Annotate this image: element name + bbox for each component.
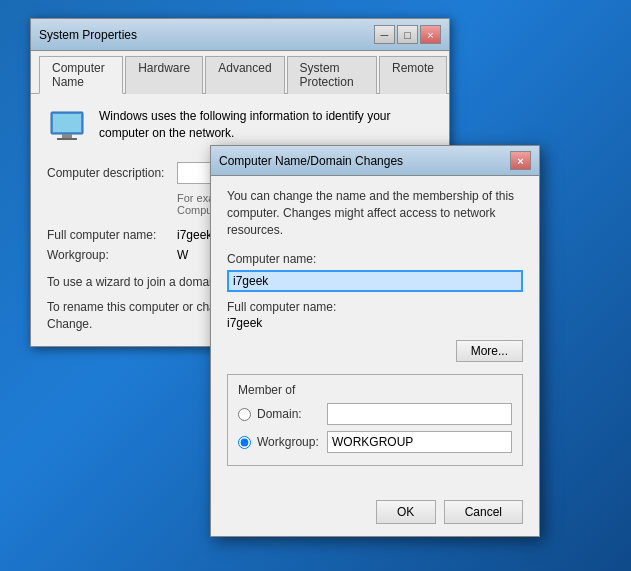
tab-hardware[interactable]: Hardware <box>125 56 203 94</box>
workgroup-radio-label: Workgroup: <box>257 435 327 449</box>
full-computer-name-label: Full computer name: <box>47 228 177 242</box>
workgroup-value: W <box>177 248 188 262</box>
sys-description: Windows uses the following information t… <box>99 108 433 142</box>
full-name-value: i7geek <box>227 316 523 330</box>
domain-dialog-close-button[interactable]: × <box>510 151 531 170</box>
svg-rect-3 <box>57 138 77 140</box>
cancel-button[interactable]: Cancel <box>444 500 523 524</box>
tabs-bar: Computer Name Hardware Advanced System P… <box>31 51 449 94</box>
member-of-group: Member of Domain: Workgroup: <box>227 374 523 466</box>
member-of-title: Member of <box>238 383 512 397</box>
svg-rect-2 <box>62 134 72 138</box>
workgroup-label: Workgroup: <box>47 248 177 262</box>
close-button[interactable]: × <box>420 25 441 44</box>
domain-dialog-description: You can change the name and the membersh… <box>227 188 523 238</box>
minimize-button[interactable]: ─ <box>374 25 395 44</box>
full-name-label: Full computer name: <box>227 300 523 314</box>
dialog-buttons: OK Cancel <box>211 492 539 536</box>
computer-name-field-label: Computer name: <box>227 252 523 266</box>
domain-dialog-title: Computer Name/Domain Changes <box>219 154 403 168</box>
domain-radio[interactable] <box>238 408 251 421</box>
system-properties-titlebar: System Properties ─ □ × <box>31 19 449 51</box>
domain-dialog-titlebar: Computer Name/Domain Changes × <box>211 146 539 176</box>
domain-changes-dialog: Computer Name/Domain Changes × You can c… <box>210 145 540 537</box>
full-computer-name-value: i7geek <box>177 228 212 242</box>
computer-icon <box>47 108 87 148</box>
more-button[interactable]: More... <box>456 340 523 362</box>
tab-remote[interactable]: Remote <box>379 56 447 94</box>
domain-input[interactable] <box>327 403 512 425</box>
workgroup-input[interactable] <box>327 431 512 453</box>
system-properties-title: System Properties <box>39 28 137 42</box>
workgroup-radio[interactable] <box>238 436 251 449</box>
domain-dialog-content: You can change the name and the membersh… <box>211 176 539 492</box>
domain-radio-row: Domain: <box>238 403 512 425</box>
computer-description-label: Computer description: <box>47 166 177 180</box>
maximize-button[interactable]: □ <box>397 25 418 44</box>
tab-computer-name[interactable]: Computer Name <box>39 56 123 94</box>
ok-button[interactable]: OK <box>376 500 436 524</box>
tab-advanced[interactable]: Advanced <box>205 56 284 94</box>
computer-name-field[interactable] <box>227 270 523 292</box>
svg-rect-1 <box>53 114 81 132</box>
titlebar-buttons: ─ □ × <box>374 25 441 44</box>
domain-radio-label: Domain: <box>257 407 327 421</box>
sys-top-row: Windows uses the following information t… <box>47 108 433 148</box>
workgroup-radio-row: Workgroup: <box>238 431 512 453</box>
tab-system-protection[interactable]: System Protection <box>287 56 377 94</box>
more-row: More... <box>227 340 523 362</box>
